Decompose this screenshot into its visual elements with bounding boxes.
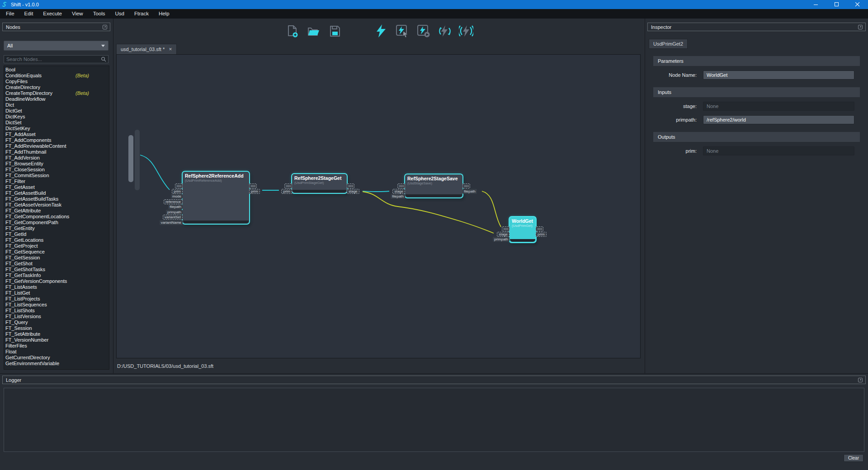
node-type-item[interactable]: FT_ListShots [5, 308, 109, 314]
node-type-item[interactable]: FT_SetAttribute [5, 331, 109, 337]
input-port-exec[interactable]: >>> [175, 183, 183, 188]
output-port-exec[interactable]: >>> [249, 183, 257, 188]
node-type-item[interactable]: CreateDirectory [5, 85, 109, 90]
menu-tools[interactable]: Tools [88, 9, 110, 19]
node-type-item[interactable]: Bool [5, 67, 109, 73]
graph-node-WorldGet[interactable]: WorldGet(UsdPrimGet)>>>stageprimpath>>>p… [509, 216, 537, 243]
input-port-stage[interactable]: stage [497, 232, 509, 237]
node-type-item[interactable]: FT_AddComponents [5, 137, 109, 143]
input-port-exec[interactable]: >>> [284, 183, 292, 188]
node-graph-canvas[interactable]: RefSphere2ReferenceAdd(UsdPrimReferenceA… [116, 54, 641, 358]
search-input[interactable] [4, 56, 100, 62]
execute-button[interactable] [373, 24, 389, 39]
node-type-item[interactable]: FT_GetAssetVersionTask [5, 202, 109, 208]
node-type-item[interactable]: FilterFiles [5, 343, 109, 349]
graph-node-RefSphere2StageSave[interactable]: RefSphere2StageSave(UsdStageSave)>>>stag… [404, 174, 463, 198]
save-graph-button[interactable] [327, 24, 343, 39]
node-type-item[interactable]: FT_GetComponentLocations [5, 214, 109, 220]
node-type-item[interactable]: FT_GetAttribute [5, 208, 109, 214]
graph-node-RefSphere2StageGet[interactable]: RefSphere2StageGet(UsdPrimStageGet)>>>pr… [291, 173, 348, 194]
node-type-item[interactable]: FT_GetAssetBuildTasks [5, 196, 109, 202]
node-type-item[interactable]: FT_AddThumbnail [5, 149, 109, 155]
offscreen-node-fragment[interactable] [128, 135, 133, 182]
node-type-item[interactable]: FT_CloseSession [5, 167, 109, 173]
node-type-item[interactable]: FT_GetId [5, 231, 109, 237]
output-port-stage[interactable]: stage [347, 189, 359, 194]
node-type-item[interactable]: GetEnvironmentVariable [5, 361, 109, 367]
menu-ftrack[interactable]: Ftrack [129, 9, 154, 19]
node-type-item[interactable]: FT_GetAssetBuild [5, 190, 109, 196]
menu-edit[interactable]: Edit [19, 9, 38, 19]
new-graph-button[interactable] [285, 24, 300, 39]
undock-panel-icon[interactable] [858, 24, 863, 30]
node-type-item[interactable]: FT_GetShotTasks [5, 267, 109, 273]
node-type-item[interactable]: FT_ListAssets [5, 284, 109, 290]
node-type-item[interactable]: FT_Query [5, 320, 109, 325]
open-graph-button[interactable] [306, 24, 321, 39]
menu-execute[interactable]: Execute [38, 9, 67, 19]
node-type-item[interactable]: DeadlineWorkflow [5, 96, 109, 102]
node-type-item[interactable]: FT_AddReviewableContent [5, 143, 109, 149]
tab-close-icon[interactable]: ✕ [169, 47, 172, 52]
node-type-item[interactable]: FT_GetTaskInfo [5, 273, 109, 278]
node-type-item[interactable]: DictSet [5, 120, 109, 126]
input-port-prim[interactable]: prim [172, 189, 183, 194]
inspector-node-tab[interactable]: UsdPrimGet2 [649, 39, 688, 49]
node-type-item[interactable]: FT_GetVersionComponents [5, 278, 109, 284]
close-button[interactable] [847, 0, 868, 9]
node-type-item[interactable]: CreateTempDirectory(Beta) [5, 90, 109, 96]
menu-help[interactable]: Help [154, 9, 175, 19]
input-port-reference[interactable]: reference [164, 199, 183, 204]
node-type-item[interactable]: FT_AddAsset [5, 132, 109, 137]
input-port-exec[interactable]: >>> [397, 183, 405, 188]
node-name-field[interactable] [703, 70, 854, 80]
menu-file[interactable]: File [1, 9, 19, 19]
node-type-item[interactable]: FT_GetProject [5, 243, 109, 249]
node-type-item[interactable]: FT_GetSession [5, 255, 109, 261]
offscreen-node-fragment[interactable] [135, 130, 140, 190]
input-port-prim[interactable]: prim [281, 189, 292, 194]
node-type-item[interactable]: DictKeys [5, 114, 109, 120]
input-port-filepath[interactable]: filepath [391, 194, 405, 199]
input-port-exec[interactable]: >>> [502, 226, 509, 231]
execute-live-button[interactable] [458, 24, 474, 39]
node-type-item[interactable]: FT_VersionNumber [5, 337, 109, 343]
output-port-prim[interactable]: prim [536, 232, 547, 237]
execute-refresh-button[interactable] [437, 24, 453, 39]
output-port-exec[interactable]: >>> [462, 183, 470, 188]
input-port-variantName[interactable]: variantName [160, 220, 183, 225]
graph-tab-active[interactable]: usd_tutorial_03.sft * ✕ [116, 44, 177, 54]
clear-logger-button[interactable]: Clear [844, 454, 863, 462]
node-type-item[interactable]: FT_CommitSession [5, 173, 109, 179]
menu-usd[interactable]: Usd [110, 9, 129, 19]
node-type-item[interactable]: FT_GetEntity [5, 226, 109, 231]
node-filter-dropdown[interactable]: All [4, 41, 108, 51]
input-port-stage[interactable]: stage [392, 189, 405, 194]
node-type-item[interactable]: ConditionEquals(Beta) [5, 73, 109, 79]
execute-selected-button[interactable] [395, 24, 410, 39]
undock-panel-icon[interactable] [858, 377, 863, 383]
node-type-item[interactable]: Float [5, 349, 109, 355]
node-type-item[interactable]: FT_GetLocations [5, 237, 109, 243]
output-port-filepath[interactable]: filepath [462, 189, 477, 194]
input-port-variantSet[interactable]: variantSet [163, 215, 183, 220]
output-port-exec[interactable]: >>> [536, 226, 543, 231]
execute-from-selected-button[interactable] [416, 24, 431, 39]
dropdown-arrow-zone[interactable] [98, 41, 108, 50]
output-port-prim[interactable]: prim [249, 189, 260, 194]
node-type-item[interactable]: FT_ListProjects [5, 296, 109, 302]
node-type-item[interactable]: FT_GetAsset [5, 184, 109, 190]
input-port-primpath[interactable]: primpath [493, 237, 509, 242]
node-type-item[interactable]: FT_BrowseEntity [5, 161, 109, 167]
node-type-item[interactable]: FT_GetComponentPath [5, 220, 109, 226]
maximize-button[interactable] [826, 0, 847, 9]
graph-node-RefSphere2ReferenceAdd[interactable]: RefSphere2ReferenceAdd(UsdPrimReferenceA… [182, 171, 250, 225]
node-type-item[interactable]: FT_AddVersion [5, 155, 109, 161]
node-type-item[interactable]: GetCurrentDirectory [5, 355, 109, 361]
node-type-item[interactable]: FT_GetShot [5, 261, 109, 267]
undock-panel-icon[interactable] [102, 24, 108, 30]
node-type-item[interactable]: FT_ListGet [5, 290, 109, 296]
output-port-exec[interactable]: >>> [347, 183, 354, 188]
input-port-filepath[interactable]: filepath [168, 204, 183, 209]
node-type-item[interactable]: FT_Filter [5, 179, 109, 184]
